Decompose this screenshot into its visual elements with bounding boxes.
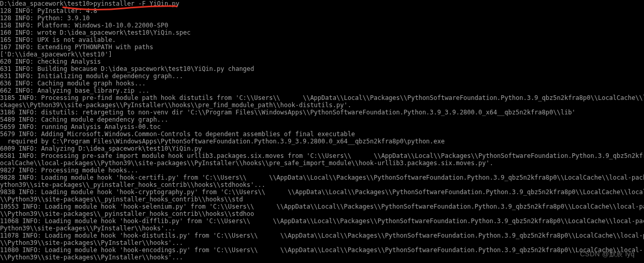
terminal-line: 5489 INFO: Caching module dependency gra… xyxy=(0,116,644,123)
terminal-line: required by C:\Program Files\WindowsApps… xyxy=(0,138,644,145)
terminal-line: 11078 INFO: Loading module hook 'hook-di… xyxy=(0,232,644,239)
prompt-path: D:\idea_spacework\test10> xyxy=(0,0,94,7)
terminal-line: 5679 INFO: Adding Microsoft.Windows.Comm… xyxy=(0,130,644,138)
terminal-line: 6581 INFO: Processing pre-safe import mo… xyxy=(0,152,644,159)
terminal-line: 9838 INFO: Loading module hook 'hook-cry… xyxy=(0,188,644,196)
terminal-line: 631 INFO: Building because D:\idea_space… xyxy=(0,65,644,72)
prompt-command: pyinstaller -F YiQin.py xyxy=(94,0,179,7)
terminal-line: ocalCache\\local-packages\\Python39\\sit… xyxy=(0,159,644,167)
terminal[interactable]: D:\idea_spacework\test10>pyinstaller -F … xyxy=(0,0,644,261)
terminal-line: 158 INFO: Platform: Windows-10-10.0.2200… xyxy=(0,22,644,29)
terminal-output: 128 INFO: PyInstaller: 4.8128 INFO: Pyth… xyxy=(0,7,644,261)
terminal-line: 10553 INFO: Loading module hook 'hook-se… xyxy=(0,203,644,210)
terminal-line: \\Python39\\site-packages\\PyInstaller\\… xyxy=(0,254,644,261)
terminal-line: 128 INFO: Python: 3.9.10 xyxy=(0,14,644,22)
prompt-line: D:\idea_spacework\test10>pyinstaller -F … xyxy=(0,0,644,7)
terminal-line: ython39\\site-packages\\_pyinstaller_hoo… xyxy=(0,181,644,188)
terminal-line: 167 INFO: Extending PYTHONPATH with path… xyxy=(0,43,644,51)
terminal-line: 3185 INFO: Processing pre-find module pa… xyxy=(0,94,644,101)
terminal-line: \\Python39\\site-packages\\PyInstaller\\… xyxy=(0,239,644,246)
terminal-line: 620 INFO: checking Analysis xyxy=(0,58,644,65)
terminal-line: ['D:\\idea_spacework\\test10'] xyxy=(0,51,644,58)
terminal-line: 3186 INFO: distutils: retargeting to non… xyxy=(0,109,644,116)
terminal-line: 160 INFO: wrote D:\idea_spacework\test10… xyxy=(0,29,644,36)
terminal-line: 9828 INFO: Loading module hook 'hook-cer… xyxy=(0,174,644,181)
terminal-line: 631 INFO: Initializing module dependency… xyxy=(0,72,644,80)
terminal-line: \\Python39\\site-packages\\_pyinstaller_… xyxy=(0,210,644,217)
terminal-line: 128 INFO: PyInstaller: 4.8 xyxy=(0,7,644,14)
terminal-line: 11080 INFO: Loading module hook 'hook-en… xyxy=(0,246,644,254)
terminal-line: 636 INFO: Caching module graph hooks... xyxy=(0,80,644,87)
terminal-line: 662 INFO: Analyzing base_library.zip ... xyxy=(0,87,644,94)
terminal-line: Python39\\site-packages\\PyInstaller\\ho… xyxy=(0,225,644,232)
terminal-line: 11068 INFO: Loading module hook 'hook-di… xyxy=(0,217,644,225)
terminal-line: ckages\\Python39\\site-packages\\PyInsta… xyxy=(0,101,644,109)
terminal-line: 9827 INFO: Processing module hooks... xyxy=(0,167,644,174)
terminal-line: 6009 INFO: Analyzing D:\idea_spacework\t… xyxy=(0,145,644,152)
terminal-line: 5659 INFO: running Analysis Analysis-00.… xyxy=(0,123,644,130)
terminal-line: 165 INFO: UPX is not available. xyxy=(0,36,644,43)
terminal-line: \\Python39\\site-packages\\_pyinstaller_… xyxy=(0,196,644,203)
